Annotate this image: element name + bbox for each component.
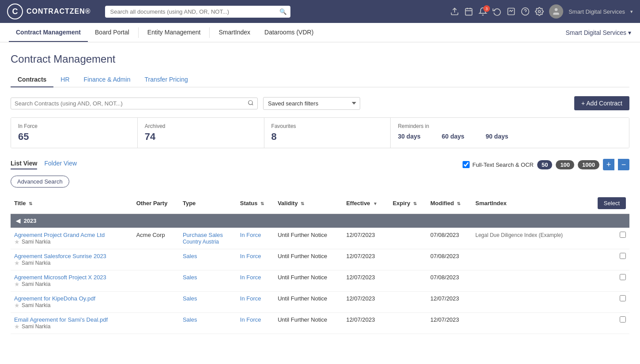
contract-title-link[interactable]: Agreement for KipeDoha Oy.pdf	[14, 295, 95, 302]
tab-finance-admin[interactable]: Finance & Admin	[77, 72, 138, 87]
page-size-1000-button[interactable]: 1000	[578, 160, 599, 169]
contract-status: In Force	[237, 249, 274, 270]
contract-search-input[interactable]	[15, 100, 248, 107]
advanced-search-button[interactable]: Advanced Search	[11, 176, 69, 188]
contract-type: Sales	[179, 292, 237, 313]
upload-icon[interactable]	[450, 7, 459, 16]
section-tabs: Contracts HR Finance & Admin Transfer Pr…	[11, 72, 629, 87]
company-arrow: ▾	[630, 9, 633, 15]
contract-title-link[interactable]: Email Agreement for Sami's Deal.pdf	[14, 316, 108, 323]
stat-favourites[interactable]: Favourites 8	[264, 118, 391, 148]
history-icon[interactable]	[493, 7, 501, 16]
table-row: Agreement Microsoft Project X 2023 ★ Sam…	[11, 270, 629, 292]
contract-title-cell: Email Agreement for Sami's Deal.pdf ★ Sa…	[11, 313, 133, 334]
logo[interactable]: C CONTRACTZEN®	[7, 4, 91, 19]
nav-datarooms[interactable]: Datarooms (VDR)	[257, 23, 320, 42]
reminder-30[interactable]: 30 days	[398, 133, 420, 140]
notifications-icon[interactable]: 3	[478, 7, 487, 16]
select-button[interactable]: Select	[598, 197, 626, 209]
nav-divider-2	[209, 27, 210, 38]
page-size-100-button[interactable]: 100	[556, 160, 574, 169]
contract-search-button[interactable]	[248, 100, 254, 107]
list-view-tab[interactable]: List View	[11, 160, 37, 169]
contract-title-link[interactable]: Agreement Salesforce Sunrise 2023	[14, 253, 106, 259]
nav-entity-management[interactable]: Entity Management	[140, 23, 208, 42]
smart-digital-services[interactable]: Smart Digital Services ▾	[565, 29, 631, 36]
contract-type: Purchase SalesCountry Austria	[179, 228, 237, 249]
contract-select-cell	[587, 249, 629, 270]
contract-status: In Force	[237, 292, 274, 313]
row-select-checkbox[interactable]	[620, 316, 626, 323]
favourite-star-icon[interactable]: ★	[14, 281, 20, 288]
th-expiry[interactable]: Expiry ⇅	[389, 193, 427, 214]
help-icon[interactable]	[521, 7, 530, 16]
favourite-star-icon[interactable]: ★	[14, 302, 20, 309]
tab-hr[interactable]: HR	[53, 72, 76, 87]
nav-contract-management[interactable]: Contract Management	[9, 23, 88, 42]
group-arrow-icon: ◀	[16, 218, 20, 224]
settings-icon[interactable]	[535, 7, 544, 16]
th-effective[interactable]: Effective ▼	[343, 193, 389, 214]
contract-select-cell	[587, 313, 629, 334]
stat-archived-value: 74	[145, 131, 257, 143]
sort-status-icon: ⇅	[260, 201, 264, 206]
contract-title-cell: Agreement for KipeDoha Oy.pdf ★ Sami Nar…	[11, 292, 133, 313]
nav-board-portal[interactable]: Board Portal	[88, 23, 136, 42]
global-search-button[interactable]: 🔍	[279, 8, 287, 15]
contract-type: Sales	[179, 270, 237, 292]
sort-effective-icon: ▼	[373, 201, 377, 206]
th-validity[interactable]: Validity ⇅	[274, 193, 343, 214]
reports-icon[interactable]	[507, 7, 516, 16]
th-status[interactable]: Status ⇅	[237, 193, 274, 214]
group-row-2023[interactable]: ◀ 2023	[11, 214, 629, 228]
contract-other-party	[133, 313, 179, 334]
folder-view-tab[interactable]: Folder View	[44, 160, 77, 169]
user-avatar[interactable]	[549, 4, 563, 19]
th-smartindex[interactable]: SmartIndex	[472, 193, 587, 214]
contract-title-link[interactable]: Agreement Microsoft Project X 2023	[14, 274, 106, 281]
view-toggle-row: List View Folder View Full-Text Search &…	[11, 159, 629, 170]
main-content: Contract Management Contracts HR Finance…	[0, 42, 640, 364]
row-select-checkbox[interactable]	[620, 274, 626, 280]
contract-modified: 07/08/2023	[427, 249, 472, 270]
row-select-checkbox[interactable]	[620, 295, 626, 301]
tab-contracts[interactable]: Contracts	[11, 72, 53, 87]
reminder-90[interactable]: 90 days	[486, 133, 508, 140]
add-contract-button[interactable]: + Add Contract	[574, 96, 629, 110]
nav-smartindex[interactable]: SmartIndex	[211, 23, 257, 42]
company-name[interactable]: Smart Digital Services	[568, 8, 625, 15]
contract-effective: 12/07/2023	[343, 249, 389, 270]
zoom-out-button[interactable]: −	[618, 159, 629, 170]
row-select-checkbox[interactable]	[620, 253, 626, 259]
th-other-party[interactable]: Other Party	[133, 193, 179, 214]
saved-filters-dropdown[interactable]: Saved search filtersFilter 1Filter 2	[263, 97, 360, 110]
global-search-input[interactable]	[105, 6, 290, 18]
th-modified[interactable]: Modified ⇅	[427, 193, 472, 214]
contract-other-party	[133, 249, 179, 270]
sort-validity-icon: ⇅	[301, 201, 304, 206]
favourite-star-icon[interactable]: ★	[14, 259, 20, 266]
stats-row: In Force 65 Archived 74 Favourites 8 Rem…	[11, 117, 629, 148]
reminder-60[interactable]: 60 days	[442, 133, 464, 140]
stat-in-force[interactable]: In Force 65	[11, 118, 138, 148]
contract-search-box	[11, 98, 258, 109]
contract-validity: Until Further Notice	[274, 270, 343, 292]
th-title[interactable]: Title ⇅	[11, 193, 133, 214]
calendar-icon[interactable]	[464, 7, 473, 16]
page-size-50-button[interactable]: 50	[537, 160, 552, 169]
svg-point-10	[248, 100, 252, 104]
stat-archived[interactable]: Archived 74	[138, 118, 264, 148]
contract-modified: 07/08/2023	[427, 270, 472, 292]
zoom-in-button[interactable]: +	[603, 159, 614, 170]
table-row: Email Agreement for Sami's Deal.pdf ★ Sa…	[11, 313, 629, 334]
contract-title-link[interactable]: Agreement Project Grand Acme Ltd	[14, 232, 105, 238]
stat-archived-label: Archived	[145, 123, 257, 129]
contract-smartindex	[472, 292, 587, 313]
favourite-star-icon[interactable]: ★	[14, 323, 20, 330]
ocr-checkbox[interactable]	[463, 161, 470, 168]
notification-badge: 3	[483, 5, 490, 12]
favourite-star-icon[interactable]: ★	[14, 238, 20, 245]
row-select-checkbox[interactable]	[620, 232, 626, 238]
tab-transfer-pricing[interactable]: Transfer Pricing	[137, 72, 195, 87]
th-type[interactable]: Type	[179, 193, 237, 214]
